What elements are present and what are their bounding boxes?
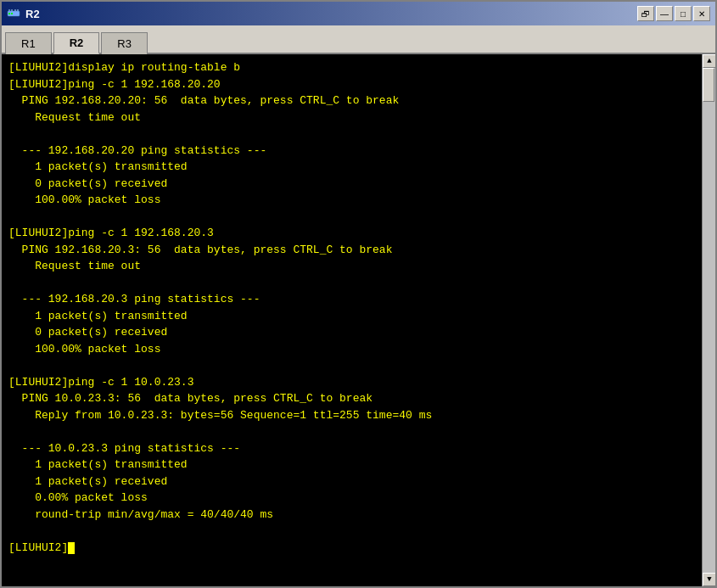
restore-button[interactable]: 🗗 [637,6,654,21]
scrollbar[interactable]: ▲ ▼ [702,54,715,586]
title-bar: R2 🗗 — □ ✕ [2,2,715,25]
svg-rect-2 [11,13,13,14]
terminal-content[interactable]: [LIUHUI2]display ip routing-table b [LIU… [2,54,702,586]
scrollbar-thumb[interactable] [703,68,714,102]
tabs-bar: R1 R2 R3 [2,25,715,54]
tab-r2[interactable]: R2 [53,32,100,54]
router-icon [7,7,20,20]
title-bar-buttons: 🗗 — □ ✕ [637,6,710,21]
main-window: R2 🗗 — □ ✕ R1 R2 R3 [LIUHUI2]display ip … [0,0,717,588]
tab-r1[interactable]: R1 [5,32,52,54]
tab-r3[interactable]: R3 [101,32,148,54]
svg-rect-1 [8,13,10,14]
title-bar-left: R2 [7,7,40,20]
scrollbar-track[interactable] [703,68,715,573]
cursor [68,542,75,554]
maximize-button[interactable]: □ [675,6,692,21]
close-button[interactable]: ✕ [693,6,710,21]
scroll-down-button[interactable]: ▼ [703,573,715,586]
window-title: R2 [25,8,40,20]
terminal-area: [LIUHUI2]display ip routing-table b [LIU… [2,54,715,586]
minimize-button[interactable]: — [656,6,673,21]
scroll-up-button[interactable]: ▲ [703,54,715,68]
